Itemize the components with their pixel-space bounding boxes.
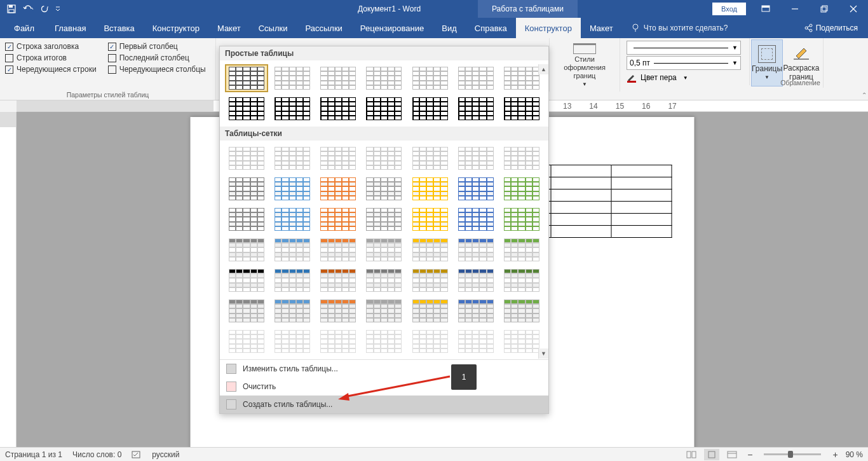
gallery-scroll-down[interactable]: ▼ [538,348,548,359]
qat-customize-icon[interactable] [53,1,62,17]
style-grid-4-4[interactable] [409,266,452,294]
style-grid-0-2[interactable] [316,144,360,172]
style-grid-5-2[interactable] [316,297,360,325]
style-grid-2-1[interactable] [271,205,314,233]
style-plain-2[interactable] [316,64,360,92]
style-grid-6-5[interactable] [454,327,498,355]
tab-review[interactable]: Рецензирование [351,18,433,38]
style-grid-4-2[interactable] [316,266,360,294]
zoom-slider[interactable] [764,453,821,455]
tab-table-design[interactable]: Конструктор [516,18,581,38]
style-grid-2-4[interactable] [409,205,452,233]
style-grid-1-6[interactable] [500,175,543,203]
vertical-ruler[interactable] [0,112,17,450]
status-proofing-icon[interactable] [132,450,142,459]
status-words[interactable]: Число слов: 0 [72,450,121,459]
tell-me-search[interactable]: Что вы хотите сделать? [622,18,737,38]
style-grid-4-3[interactable] [362,266,405,294]
style-grid-4-0[interactable] [225,266,268,294]
pen-color-button[interactable]: Цвет пера ▼ [627,72,744,83]
view-print-icon[interactable] [704,449,719,460]
undo-button[interactable] [20,1,36,17]
close-button[interactable] [839,0,868,18]
style-plain-b-3[interactable] [362,95,405,123]
tab-help[interactable]: Справка [466,18,516,38]
tab-design[interactable]: Конструктор [144,18,208,38]
style-grid-0-0[interactable] [225,144,268,172]
style-grid-1-4[interactable] [409,175,452,203]
style-grid-5-6[interactable] [500,297,543,325]
maximize-button[interactable] [810,0,839,18]
ribbon-display-icon[interactable] [751,0,780,18]
zoom-in-button[interactable]: + [830,450,840,460]
style-grid-5-0[interactable] [225,297,268,325]
style-grid-2-3[interactable] [362,205,405,233]
style-grid-0-4[interactable] [409,144,452,172]
chk-last-column[interactable]: Последний столбец [108,53,206,62]
style-grid-3-5[interactable] [454,236,498,264]
chk-total-row[interactable]: Строка итогов [5,53,97,62]
style-grid-6-6[interactable] [500,327,543,355]
style-grid-2-5[interactable] [454,205,498,233]
border-line-style-combo[interactable]: ▼ [627,41,741,55]
ribbon-collapse-icon[interactable]: ⌃ [862,92,867,99]
save-button[interactable] [4,1,19,17]
style-grid-0-6[interactable] [500,144,543,172]
menu-clear[interactable]: Очистить [220,378,548,396]
style-grid-2-6[interactable] [500,205,543,233]
style-plain-4[interactable] [409,64,452,92]
style-plain-0[interactable] [225,64,268,92]
style-plain-3[interactable] [362,64,405,92]
redo-button[interactable] [37,1,52,17]
style-grid-4-1[interactable] [271,266,314,294]
style-grid-5-1[interactable] [271,297,314,325]
style-grid-4-5[interactable] [454,266,498,294]
style-grid-6-0[interactable] [225,327,268,355]
style-grid-6-3[interactable] [362,327,405,355]
chk-header-row[interactable]: ✓Строка заголовка [5,42,97,51]
border-styles-button[interactable]: Стили оформления границ ▼ [555,42,614,89]
style-grid-3-2[interactable] [316,236,360,264]
style-grid-1-5[interactable] [454,175,498,203]
chk-first-column[interactable]: ✓Первый столбец [108,42,206,51]
share-button[interactable]: Поделиться [794,18,868,38]
tab-mailings[interactable]: Рассылки [296,18,351,38]
tab-table-layout[interactable]: Макет [581,18,622,38]
style-grid-6-1[interactable] [271,327,314,355]
border-width-combo[interactable]: 0,5 пт▼ [627,56,741,70]
style-grid-5-5[interactable] [454,297,498,325]
style-grid-0-3[interactable] [362,144,405,172]
style-grid-3-1[interactable] [271,236,314,264]
zoom-level[interactable]: 90 % [846,450,863,459]
menu-modify-style[interactable]: Изменить стиль таблицы... [220,360,548,378]
view-read-icon[interactable] [684,449,699,460]
style-plain-5[interactable] [454,64,498,92]
style-grid-0-5[interactable] [454,144,498,172]
style-grid-0-1[interactable] [271,144,314,172]
gallery-scroll-up[interactable]: ▲ [538,64,548,74]
style-grid-3-3[interactable] [362,236,405,264]
style-grid-1-2[interactable] [316,175,360,203]
style-plain-6[interactable] [500,64,543,92]
style-grid-6-2[interactable] [316,327,360,355]
style-grid-3-0[interactable] [225,236,268,264]
tab-references[interactable]: Ссылки [250,18,297,38]
login-button[interactable]: Вход [712,3,746,15]
style-grid-6-4[interactable] [409,327,452,355]
style-grid-2-2[interactable] [316,205,360,233]
menu-new-style[interactable]: Создать стиль таблицы... [220,396,548,413]
style-grid-1-3[interactable] [362,175,405,203]
style-plain-b-1[interactable] [271,95,314,123]
status-language[interactable]: русский [152,450,179,459]
style-plain-b-6[interactable] [500,95,543,123]
chk-banded-rows[interactable]: ✓Чередующиеся строки [5,65,97,74]
style-grid-3-6[interactable] [500,236,543,264]
style-grid-5-3[interactable] [362,297,405,325]
style-grid-2-0[interactable] [225,205,268,233]
style-plain-b-2[interactable] [316,95,360,123]
style-grid-1-0[interactable] [225,175,268,203]
style-grid-5-4[interactable] [409,297,452,325]
zoom-out-button[interactable]: − [745,450,755,460]
style-plain-b-5[interactable] [454,95,498,123]
minimize-button[interactable] [780,0,810,18]
